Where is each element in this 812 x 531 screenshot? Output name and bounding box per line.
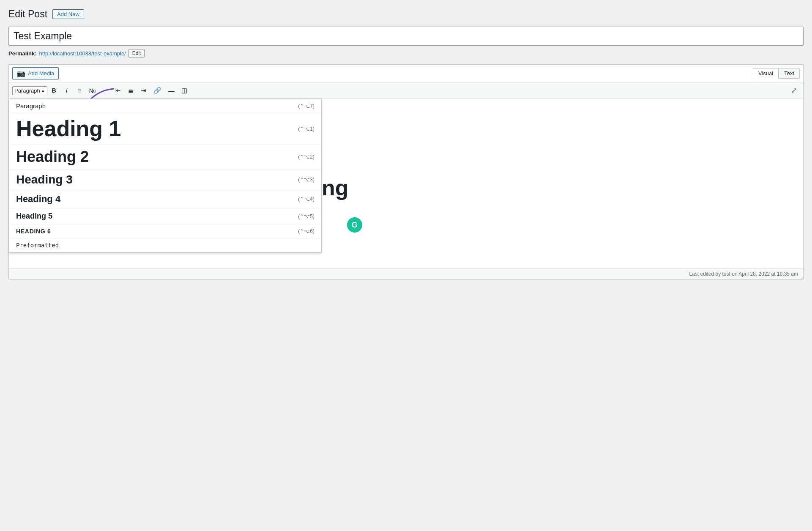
dropdown-paragraph[interactable]: Paragraph (⌃⌥7) [9,99,321,113]
dropdown-h1-label: Heading 1 [16,117,121,141]
dropdown-h5[interactable]: Heading 5 (⌃⌥5) [9,208,321,224]
chevron-up-icon: ▲ [41,88,45,93]
permalink-label: Permalink: [8,50,36,57]
bg-heading-text: ng [322,175,349,200]
media-icon: 📷 [17,69,25,77]
align-center-button[interactable]: ≣ [125,85,137,96]
dropdown-h6-label: HEADING 6 [16,228,51,235]
add-media-button[interactable]: 📷 Add Media [12,67,59,79]
italic-button[interactable]: I [61,85,73,96]
strikethrough-button[interactable]: — [165,85,178,96]
dropdown-h1-shortcut: (⌃⌥1) [298,126,314,132]
dropdown-h5-label: Heading 5 [16,212,52,221]
align-left-button[interactable]: ⇤ [112,85,124,96]
format-toolbar: Paragraph ▲ B I ≡ № “ ⇤ ≣ ⇥ 🔗 — ◫ ⤢ Para… [9,82,803,99]
bold-button[interactable]: B [48,85,60,96]
dropdown-h6[interactable]: HEADING 6 (⌃⌥6) [9,224,321,238]
dropdown-paragraph-shortcut: (⌃⌥7) [298,103,314,109]
page-title: Edit Post [8,8,47,20]
format-select[interactable]: Paragraph ▲ [12,86,47,95]
post-title-input[interactable] [8,27,804,46]
dropdown-h4[interactable]: Heading 4 (⌃⌥4) [9,190,321,208]
tab-text[interactable]: Text [779,68,800,79]
table-button[interactable]: ◫ [178,85,190,96]
align-right-button[interactable]: ⇥ [138,85,150,96]
permalink-edit-button[interactable]: Edit [128,49,145,57]
dropdown-h3-label: Heading 3 [16,173,73,186]
fullscreen-button[interactable]: ⤢ [788,85,800,96]
permalink-url[interactable]: http://localhost:10038/test-example/ [39,50,126,57]
add-new-button[interactable]: Add New [52,9,84,19]
dropdown-h2-shortcut: (⌃⌥2) [298,154,314,160]
dropdown-h1[interactable]: Heading 1 (⌃⌥1) [9,113,321,145]
unordered-list-button[interactable]: ≡ [74,85,85,96]
dropdown-h3-shortcut: (⌃⌥3) [298,177,314,183]
view-tabs: Visual Text [753,68,800,79]
dropdown-h3[interactable]: Heading 3 (⌃⌥3) [9,170,321,190]
dropdown-h4-shortcut: (⌃⌥4) [298,196,314,202]
dropdown-h5-shortcut: (⌃⌥5) [298,213,314,219]
add-media-label: Add Media [28,70,54,77]
dropdown-paragraph-label: Paragraph [16,102,46,109]
editor-top-bar: 📷 Add Media Visual Text [9,65,803,82]
ordered-list-button[interactable]: № [86,85,99,96]
format-select-label: Paragraph [14,88,40,94]
dropdown-h4-label: Heading 4 [16,194,60,205]
link-button[interactable]: 🔗 [150,85,164,96]
dropdown-h2-label: Heading 2 [16,148,89,166]
dropdown-h6-shortcut: (⌃⌥6) [298,228,314,234]
editor-area: 📷 Add Media Visual Text Paragraph ▲ B I … [8,64,804,280]
editor-status-bar: Last edited by test on April 28, 2022 at… [9,268,803,279]
dropdown-pre-label: Preformatted [16,242,59,249]
dropdown-h2[interactable]: Heading 2 (⌃⌥2) [9,145,321,170]
grammarly-icon[interactable]: G [347,217,362,233]
tab-visual[interactable]: Visual [753,68,779,79]
blockquote-button[interactable]: “ [100,85,112,96]
dropdown-pre[interactable]: Preformatted [9,238,321,252]
format-dropdown: Paragraph (⌃⌥7) Heading 1 (⌃⌥1) Heading … [9,99,322,253]
